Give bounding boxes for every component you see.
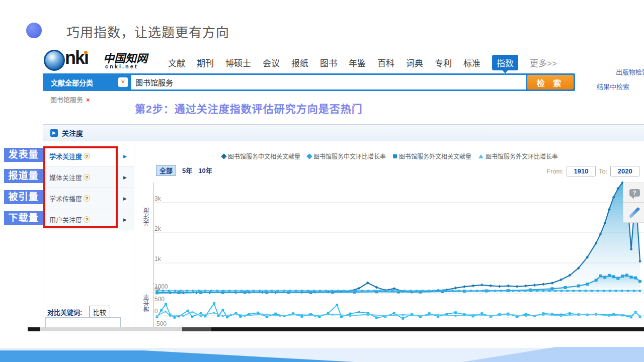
scrollbar[interactable] <box>28 327 644 331</box>
legend-item[interactable]: 图书馆服务中文环比增长率 <box>307 152 386 160</box>
menu-item-学术传播度[interactable]: 学术传播度?▶ <box>43 188 134 209</box>
menu-item-label: 用户关注度 <box>49 215 82 224</box>
orange-dot-icon <box>84 51 88 54</box>
help-icon[interactable]: ? <box>84 216 90 223</box>
question-bubble-icon: ? <box>629 189 640 197</box>
arrow-right-icon: ▶ <box>123 196 127 201</box>
panel-header: ▶ 关注度 <box>43 125 644 141</box>
year-range: From: 1910 To: 2020 <box>546 166 642 176</box>
legend-item[interactable]: 图书馆服务外文环比增长率 <box>478 152 558 160</box>
compare-label: 对比关键词: <box>47 309 82 316</box>
result-search-link[interactable]: 结果中检索 <box>597 81 629 91</box>
edit-pencil-button[interactable] <box>623 203 644 223</box>
nav-item-指数[interactable]: 指数 <box>492 55 518 70</box>
annotation-被引量: 被引量 <box>4 190 43 204</box>
keyword-tag: 图书馆服务× <box>50 95 90 104</box>
menu-item-用户关注度[interactable]: 用户关注度?▶ <box>43 209 134 230</box>
help-icon[interactable]: ? <box>84 174 90 180</box>
svg-text:500: 500 <box>154 296 165 303</box>
scrollbar-segment[interactable] <box>182 327 211 331</box>
y-axis-label-top: 关注度 <box>142 208 151 226</box>
tab-全部[interactable]: 全部 <box>156 165 176 176</box>
arrow-right-icon: ▶ <box>123 217 127 222</box>
nav-item-图书[interactable]: 图书 <box>320 56 337 69</box>
annotation-下载量: 下载量 <box>4 211 43 225</box>
diamond-marker-icon <box>221 153 226 159</box>
to-label: To: <box>599 167 607 175</box>
category-dropdown-icon[interactable]: ˅ <box>118 77 128 87</box>
annotation-发表量: 发表量 <box>4 148 43 162</box>
index-menu: 学术关注度?▶媒体关注度?▶学术传播度?▶用户关注度?▶ <box>43 141 134 327</box>
diamond-marker-icon <box>306 153 312 159</box>
nav-item-标准[interactable]: 标准 <box>463 56 480 69</box>
slide: 巧用指数，让选题更有方向 nkı 中国知网 cnki.net 文献期刊博硕士会议… <box>0 0 644 362</box>
chart-legend: 图书馆服务中文相关文献量图书馆服务中文环比增长率图书馆服务外文相关文献量图书馆服… <box>136 152 644 160</box>
panel-title: 关注度 <box>62 128 83 138</box>
y-axis-label-bottom: 增长率 <box>142 294 151 312</box>
search-input[interactable] <box>131 75 526 89</box>
legend-label: 图书馆服务中文相关文献量 <box>228 152 300 160</box>
tag-close-icon[interactable]: × <box>86 96 90 104</box>
tab-10年[interactable]: 10年 <box>198 167 212 174</box>
compare-button[interactable]: 比较 <box>89 306 110 318</box>
step-note: 第2步：通过关注度指数评估研究方向是否热门 <box>135 101 363 116</box>
svg-text:1000: 1000 <box>154 283 168 290</box>
cnki-logo[interactable]: nkı 中国知网 cnki.net <box>44 48 154 74</box>
nav-item-更多>>[interactable]: 更多>> <box>530 56 557 69</box>
legend-item[interactable]: 图书馆服务中文相关文献量 <box>222 152 300 160</box>
help-bubble-button[interactable]: ? <box>623 183 644 203</box>
top-nav: 文献期刊博硕士会议报纸图书年鉴百科词典专利标准指数更多>> <box>168 55 557 70</box>
legend-label: 图书馆服务中文环比增长率 <box>313 152 386 160</box>
arrow-right-icon: ▶ <box>123 154 127 159</box>
publication-search-link[interactable]: 出版物检索 <box>616 67 644 76</box>
nav-item-博硕士[interactable]: 博硕士 <box>225 56 251 69</box>
legend-label: 图书馆服务外文环比增长率 <box>486 152 558 160</box>
search-button[interactable]: 检 索 <box>527 75 574 89</box>
from-year-input[interactable]: 1910 <box>567 166 596 176</box>
arrow-right-icon: ▶ <box>123 175 127 180</box>
nav-item-报纸[interactable]: 报纸 <box>291 56 308 69</box>
menu-item-label: 学术关注度 <box>49 151 82 161</box>
nav-item-文献[interactable]: 文献 <box>168 56 185 69</box>
nav-item-期刊[interactable]: 期刊 <box>197 56 214 69</box>
bottom-ribbon <box>0 347 644 362</box>
play-icon: ▶ <box>50 129 58 137</box>
compare-row: 对比关键词: 比较 <box>47 306 110 318</box>
from-label: From: <box>546 167 564 175</box>
range-tabs: 全部5年10年 <box>156 165 218 175</box>
nav-item-百科[interactable]: 百科 <box>377 56 394 69</box>
help-icon[interactable]: ? <box>84 153 90 159</box>
svg-text:3k: 3k <box>154 195 162 202</box>
help-icon[interactable]: ? <box>84 195 90 202</box>
attention-index-chart[interactable]: 3k2k1k0k10005000-500 <box>151 178 644 331</box>
scrollbar-thumb[interactable] <box>40 327 182 331</box>
menu-item-媒体关注度[interactable]: 媒体关注度?▶ <box>43 167 134 188</box>
pencil-icon <box>629 207 640 219</box>
logo-domain: cnki.net <box>105 63 138 69</box>
menu-item-label: 学术传播度 <box>49 194 82 203</box>
tab-5年[interactable]: 5年 <box>182 167 192 174</box>
menu-item-学术关注度[interactable]: 学术关注度?▶ <box>43 146 134 167</box>
bullet-icon <box>26 23 42 38</box>
svg-text:1k: 1k <box>154 255 162 262</box>
search-bar: 文献全部分类 ˅ 检 索 <box>43 73 575 91</box>
svg-text:-500: -500 <box>154 320 167 327</box>
logo-brand: nkı <box>65 47 88 68</box>
nav-item-会议[interactable]: 会议 <box>263 56 280 69</box>
nav-item-年鉴[interactable]: 年鉴 <box>349 56 366 69</box>
legend-item[interactable]: 图书馆服务外文相关文献量 <box>393 152 471 160</box>
to-year-input[interactable]: 2020 <box>610 166 639 176</box>
square-marker-icon <box>393 154 397 158</box>
category-selector[interactable]: 文献全部分类 <box>43 77 118 87</box>
globe-icon <box>44 50 65 71</box>
triangle-marker-icon <box>478 154 484 158</box>
annotation-报道量: 报道量 <box>4 169 43 183</box>
legend-label: 图书馆服务外文相关文献量 <box>399 152 471 160</box>
menu-item-label: 媒体关注度 <box>49 172 82 182</box>
keyword-tag-label: 图书馆服务 <box>50 96 83 104</box>
svg-text:2k: 2k <box>154 225 162 232</box>
nav-item-专利[interactable]: 专利 <box>435 56 452 69</box>
slide-title: 巧用指数，让选题更有方向 <box>66 22 229 41</box>
svg-text:0: 0 <box>154 308 158 315</box>
nav-item-词典[interactable]: 词典 <box>406 56 423 69</box>
